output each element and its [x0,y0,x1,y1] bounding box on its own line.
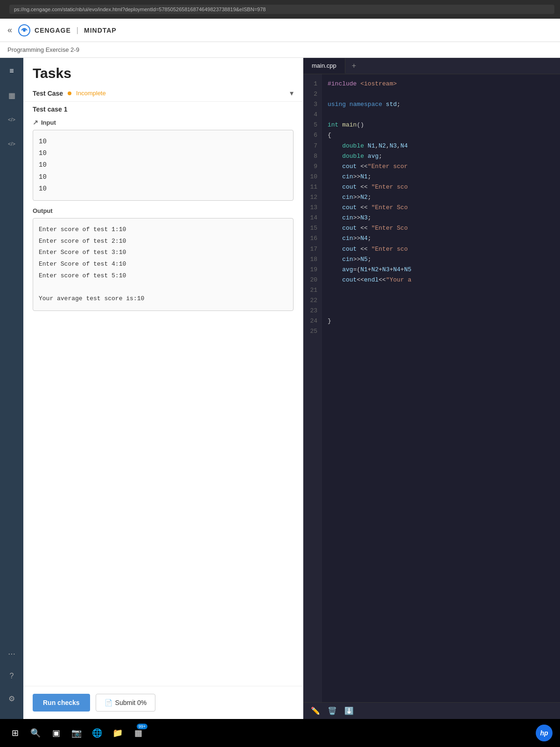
tab-filename: main.cpp [312,62,336,69]
input-arrow-icon: ↗ [33,119,38,126]
status-dot [68,92,71,95]
delete-icon[interactable]: 🗑️ [328,706,337,715]
tasks-header: Tasks [23,58,303,85]
output-label: Output [23,203,303,216]
sidebar-item-help[interactable]: ? [4,669,19,684]
sidebar-item-code[interactable]: </> [4,112,19,127]
add-tab-button[interactable]: + [345,58,363,74]
help-icon: ? [10,672,14,680]
chart-icon: ▦ [8,91,15,100]
page-title: Tasks [33,65,71,81]
folder-icon: 📁 [112,728,123,738]
svg-point-1 [23,29,26,32]
taskbar-right: hp [536,725,553,741]
browser-bar: ps://ng.cengage.com/static/nb/ui/evo/ind… [0,0,560,19]
nav-back-button[interactable]: « [7,25,12,35]
taskbar: ⊞ 🔍 ▣ 📷 🌐 📁 ▦ 99+ hp [0,719,560,747]
test-case-bar: Test Case Incomplete ▾ [23,85,303,102]
submit-label: Submit 0% [115,699,147,706]
button-bar: Run checks 📄 Submit 0% [23,686,303,719]
share-icon: ⋯ [8,649,15,658]
tasks-panel: Tasks Test Case Incomplete ▾ Test case 1… [23,58,303,719]
breadcrumb-text: Programming Exercise 2-9 [7,46,79,53]
sidebar-item-settings[interactable]: ⚙ [4,691,19,706]
editor-tab-main[interactable]: main.cpp [303,58,345,74]
breadcrumb: Programming Exercise 2-9 [0,42,560,58]
input-area: 10 10 10 10 10 [33,130,294,201]
folder-button[interactable]: 📁 [110,726,125,740]
sidebar-item-share[interactable]: ⋯ [4,646,19,661]
mindtap-text: MINDTAP [84,27,117,34]
input-values: 10 10 10 10 10 [39,136,287,195]
task-view-icon: ▣ [52,728,60,738]
test-case-title: Test case 1 [23,102,303,117]
edit-icon[interactable]: ✏️ [311,706,320,715]
cengage-text: CENGAGE [35,27,71,34]
tips-icon: </> [8,141,15,147]
cengage-logo-icon [18,24,31,37]
code-editor[interactable]: #include <iostream> using namespace std;… [322,74,560,702]
test-case-label: Test Case [33,90,63,97]
editor-bottom-bar: ✏️ 🗑️ ⬇️ [303,702,560,719]
edge-icon: 🌐 [92,728,102,738]
code-icon: </> [8,117,15,122]
code-editor-panel: main.cpp + 1 2 3 4 5 6 7 8 9 10 11 12 [303,58,560,719]
windows-icon: ⊞ [12,728,19,738]
editor-tabs: main.cpp + [303,58,560,74]
submit-button[interactable]: 📄 Submit 0% [96,694,156,712]
download-icon[interactable]: ⬇️ [344,706,354,715]
logo-area: CENGAGE | MINDTAP [18,24,117,37]
top-bar: « CENGAGE | MINDTAP [0,19,560,42]
code-content: 1 2 3 4 5 6 7 8 9 10 11 12 13 14 15 16 1 [303,74,560,702]
apps-icon: ▦ [134,728,142,738]
search-taskbar-icon: 🔍 [30,728,41,738]
sidebar-item-chart[interactable]: ▦ [4,88,19,103]
task-view-button[interactable]: ▣ [49,726,63,740]
browser-url: ps://ng.cengage.com/static/nb/ui/evo/ind… [9,5,554,14]
hp-logo: hp [536,725,553,741]
notification-badge: 99+ [137,724,147,729]
output-area: Enter score of test 1:10 Enter score of … [33,218,294,311]
sidebar-item-tools[interactable]: ≡ [4,63,19,78]
output-lines: Enter score of test 1:10 Enter score of … [39,224,287,305]
logo-divider: | [77,26,78,35]
line-numbers: 1 2 3 4 5 6 7 8 9 10 11 12 13 14 15 16 1 [303,74,322,702]
left-sidebar: ≡ ▦ </> </> ⋯ ? ⚙ [0,58,23,719]
run-checks-button[interactable]: Run checks [33,694,90,712]
windows-start-button[interactable]: ⊞ [7,726,22,740]
search-taskbar-button[interactable]: 🔍 [28,726,43,740]
test-case-chevron[interactable]: ▾ [290,89,294,98]
apps-button[interactable]: ▦ 99+ [131,726,146,740]
status-text: Incomplete [76,90,106,97]
tools-icon: ≡ [9,67,14,75]
settings-icon: ⚙ [8,694,15,703]
camera-button[interactable]: 📷 [69,726,84,740]
sidebar-item-tips[interactable]: </> [4,136,19,151]
submit-file-icon: 📄 [105,699,112,706]
camera-icon: 📷 [71,728,82,738]
edge-button[interactable]: 🌐 [90,726,105,740]
input-label: ↗ Input [23,117,303,128]
